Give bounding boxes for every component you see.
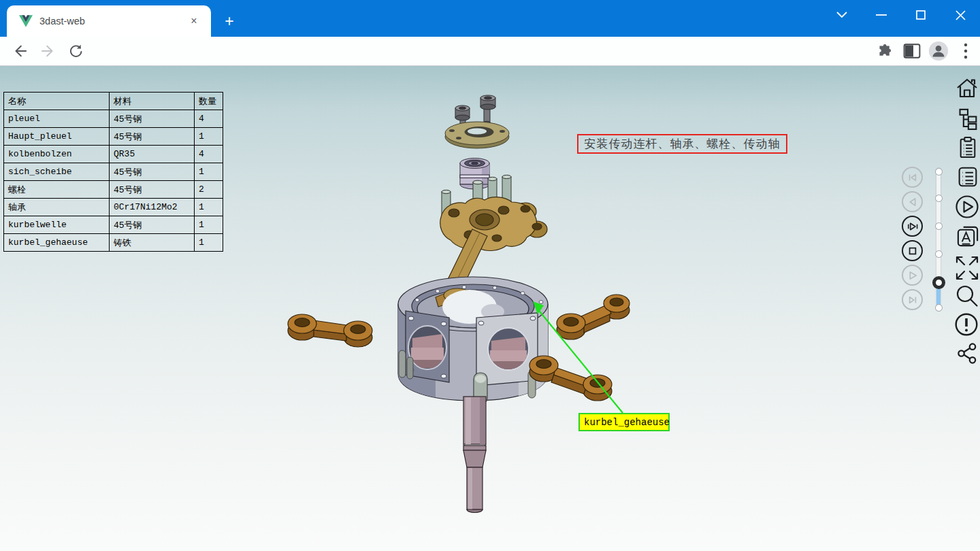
table-row: pleuel45号钢4: [4, 110, 223, 128]
new-tab-button[interactable]: +: [219, 11, 240, 31]
cell-qty: 1: [195, 128, 223, 146]
timeline-slider-knob[interactable]: [932, 276, 945, 289]
browser-tab[interactable]: 3dast-web ×: [7, 5, 211, 37]
bom-header-row: 名称 材料 数量: [4, 93, 223, 110]
assembly-step-note: 安装传动连杆、轴承、螺栓、传动轴: [577, 134, 787, 154]
window-chevron-icon[interactable]: [822, 0, 862, 30]
tab-close-icon[interactable]: ×: [186, 14, 201, 29]
part-name-label: kurbel_gehaeuse: [578, 413, 670, 431]
conrod-lower-right[interactable]: [529, 356, 612, 401]
cell-qty: 4: [195, 110, 223, 128]
clipboard-list-icon[interactable]: [958, 135, 978, 160]
home-icon[interactable]: [956, 77, 979, 100]
table-row: Haupt_pleuel45号钢1: [4, 128, 223, 146]
step-back-button[interactable]: [902, 191, 923, 212]
share-nodes-icon[interactable]: [957, 342, 977, 365]
skip-to-start-button[interactable]: [902, 167, 923, 188]
cell-qty: 1: [195, 199, 223, 216]
cell-material: 45号钢: [110, 181, 195, 199]
table-row: kurbelwelle45号钢1: [4, 216, 223, 234]
cell-material: 45号钢: [110, 216, 195, 234]
cell-name: pleuel: [4, 110, 110, 128]
window-close-icon[interactable]: [941, 0, 980, 30]
table-row: 螺栓45号钢2: [4, 181, 223, 199]
titlebar: 3dast-web × +: [0, 0, 980, 37]
cell-material: 0Cr17Ni12Mo2: [110, 199, 195, 216]
side-panel-icon[interactable]: [901, 40, 923, 62]
timeline-step-dot[interactable]: [935, 250, 943, 258]
list-icon[interactable]: [958, 165, 978, 188]
cell-material: 45号钢: [110, 128, 195, 146]
cell-name: kurbelwelle: [4, 216, 110, 234]
fullscreen-expand-icon[interactable]: [954, 252, 980, 284]
timeline-step-dot[interactable]: [935, 222, 943, 230]
cell-qty: 1: [195, 234, 223, 252]
table-row: sich_scheibe45号钢1: [4, 163, 223, 181]
cell-material: 45号钢: [110, 110, 195, 128]
crankshaft-part[interactable]: [463, 397, 486, 513]
zoom-search-icon[interactable]: [956, 285, 979, 307]
cell-name: kurbel_gehaeuse: [4, 234, 110, 252]
extensions-puzzle-icon[interactable]: [874, 40, 896, 62]
label-a-icon[interactable]: [956, 224, 980, 248]
cell-name: kolbenbolzen: [4, 146, 110, 163]
cell-name: sich_scheibe: [4, 163, 110, 181]
exclamation-icon[interactable]: [955, 313, 978, 336]
tab-title: 3dast-web: [39, 16, 186, 27]
cell-material: QR35: [110, 146, 195, 163]
browser-window: 3dast-web × +: [0, 0, 980, 551]
conrod-upper-right[interactable]: [557, 295, 630, 339]
assembly-tree-icon[interactable]: [958, 107, 978, 131]
stop-button[interactable]: [902, 240, 923, 261]
cell-qty: 1: [195, 163, 223, 181]
table-row: 轴承0Cr17Ni12Mo21: [4, 199, 223, 216]
window-controls: [822, 0, 980, 30]
cell-material: 铸铁: [110, 234, 195, 252]
cell-name: 螺栓: [4, 181, 110, 199]
cell-name: 轴承: [4, 199, 110, 216]
bom-header-qty: 数量: [195, 93, 223, 110]
back-button[interactable]: [10, 40, 31, 62]
step-play-button[interactable]: [902, 216, 923, 237]
reload-button[interactable]: [64, 40, 86, 62]
cell-qty: 2: [195, 181, 223, 199]
cell-qty: 4: [195, 146, 223, 163]
vue-favicon-icon: [19, 15, 33, 27]
timeline-step-dot[interactable]: [935, 304, 943, 312]
play-button[interactable]: [902, 265, 923, 286]
cell-material: 45号钢: [110, 163, 195, 181]
table-row: kolbenbolzenQR354: [4, 146, 223, 163]
browser-toolbar: 不安全 192.168.30.157:11182/index.html?view…: [0, 37, 980, 66]
window-maximize-icon[interactable]: [901, 0, 941, 30]
viewer-canvas[interactable]: 名称 材料 数量 pleuel45号钢4 Haupt_pleuel45号钢1 k…: [0, 66, 980, 551]
browser-menu-kebab-icon[interactable]: [955, 40, 977, 62]
skip-to-end-button[interactable]: [902, 289, 923, 310]
bom-table: 名称 材料 数量 pleuel45号钢4 Haupt_pleuel45号钢1 k…: [3, 92, 223, 252]
bom-header-name: 名称: [4, 93, 110, 110]
timeline-step-dot[interactable]: [935, 168, 943, 176]
washer-part[interactable]: [445, 122, 509, 148]
forward-button[interactable]: [37, 40, 59, 62]
table-row: kurbel_gehaeuse铸铁1: [4, 234, 223, 252]
timeline-step-dot[interactable]: [935, 195, 943, 202]
conrod-left[interactable]: [288, 314, 372, 347]
cell-qty: 1: [195, 216, 223, 234]
profile-avatar[interactable]: [928, 40, 949, 62]
play-circle-icon[interactable]: [956, 195, 979, 218]
bom-header-material: 材料: [110, 93, 195, 110]
cell-name: Haupt_pleuel: [4, 128, 110, 146]
window-minimize-icon[interactable]: [862, 0, 901, 30]
crank-housing-part[interactable]: [398, 277, 548, 404]
